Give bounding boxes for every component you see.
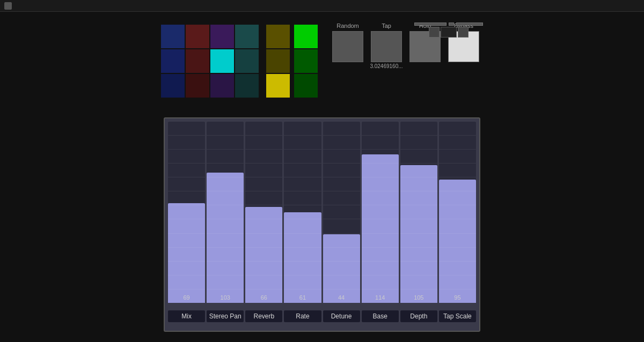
top-btns-row [414, 23, 483, 26]
beat-section [266, 23, 290, 98]
fader-value-4: 44 [338, 294, 345, 301]
save-group [414, 23, 483, 38]
preset-row [429, 27, 469, 38]
fader-label-col-4: Detune [323, 304, 360, 329]
fader-fill-1 [207, 173, 244, 303]
ctrl-label-random: Random [336, 23, 359, 29]
fader-col-1[interactable]: 103 [207, 122, 244, 303]
maximize-button[interactable] [618, 2, 627, 10]
fader-col-6[interactable]: 105 [400, 122, 437, 303]
fader-label-col-7: Tap Scale [439, 304, 476, 329]
algo-cell-7[interactable] [235, 49, 259, 73]
fader-col-7[interactable]: 95 [439, 122, 476, 303]
fader-name-5: Base [362, 310, 399, 322]
fader-value-0: 69 [183, 294, 189, 301]
algo-cell-2[interactable] [210, 25, 234, 48]
fader-label-col-1: Stereo Pan [207, 304, 244, 329]
ctrl-label-tap: Tap [382, 23, 391, 29]
algo-cell-1[interactable] [186, 25, 209, 48]
fader-name-2: Reverb [245, 310, 282, 322]
fader-label-col-0: Mix [168, 304, 205, 329]
fader-col-0[interactable]: 69 [168, 122, 205, 303]
fader-name-4: Detune [323, 310, 360, 322]
algo-cell-6[interactable] [210, 49, 234, 73]
ctrl-btn-random[interactable] [332, 31, 363, 62]
tails-cell-2[interactable] [294, 74, 318, 98]
algo-cell-9[interactable] [186, 74, 209, 98]
fader-fill-0 [168, 203, 205, 303]
algo-cell-0[interactable] [161, 25, 185, 48]
fader-name-0: Mix [168, 310, 205, 322]
algorithm-banks-grid [161, 25, 259, 98]
fader-track-3[interactable]: 61 [284, 122, 321, 303]
faders-panel: 6910366614411410595 MixStereo PanReverbR… [164, 117, 480, 332]
fader-name-7: Tap Scale [439, 310, 476, 322]
ctrl-btn-tap[interactable] [371, 31, 402, 62]
title-bar [0, 0, 644, 12]
fader-track-0[interactable]: 69 [168, 122, 205, 303]
fader-fill-3 [284, 212, 321, 303]
tap-value: 3.02469160... [370, 63, 402, 69]
tails-cell-1[interactable] [294, 49, 318, 73]
fader-value-6: 105 [414, 294, 423, 301]
fader-name-1: Stereo Pan [207, 310, 244, 322]
ctrl-item-tap: Tap3.02469160... [367, 23, 406, 69]
fader-value-1: 103 [221, 294, 230, 301]
fader-fill-4 [323, 234, 360, 303]
fader-name-3: Rate [284, 310, 321, 322]
fader-fill-6 [400, 165, 437, 303]
algo-cell-4[interactable] [161, 49, 185, 73]
preset-number [441, 27, 457, 38]
faders-container: 6910366614411410595 [165, 118, 479, 303]
fader-value-5: 114 [375, 294, 385, 301]
algo-cell-10[interactable] [210, 74, 234, 98]
tails-grid [294, 25, 318, 98]
fader-track-7[interactable]: 95 [439, 122, 476, 303]
fader-fill-7 [439, 180, 476, 303]
fader-col-3[interactable]: 61 [284, 122, 321, 303]
algo-cell-8[interactable] [161, 74, 185, 98]
fader-value-7: 95 [454, 294, 460, 301]
fader-col-5[interactable]: 114 [362, 122, 399, 303]
beat-grid [266, 25, 290, 98]
fader-col-2[interactable]: 66 [245, 122, 282, 303]
fader-track-1[interactable]: 103 [207, 122, 244, 303]
save-load [414, 23, 483, 38]
fader-value-3: 61 [299, 294, 306, 301]
fader-label-col-2: Reverb [245, 304, 282, 329]
preset-plus-button[interactable] [458, 27, 469, 38]
algo-cell-11[interactable] [235, 74, 259, 98]
beat-cell-1[interactable] [266, 49, 290, 73]
tails-cell-0[interactable] [294, 25, 318, 48]
load-button[interactable] [456, 23, 483, 26]
fader-track-5[interactable]: 114 [362, 122, 399, 303]
beat-cell-2[interactable] [266, 74, 290, 98]
fader-value-2: 66 [261, 294, 267, 301]
fader-label-col-3: Rate [284, 304, 321, 329]
tails-section [294, 23, 318, 98]
algorithm-banks [161, 23, 259, 98]
fader-name-6: Depth [400, 310, 437, 322]
title-bar-left [4, 2, 15, 10]
save-button[interactable] [414, 23, 447, 26]
preset-minus-button[interactable] [429, 27, 440, 38]
fader-label-col-5: Base [362, 304, 399, 329]
clear-all-button[interactable] [449, 23, 454, 26]
window-controls [605, 2, 640, 10]
fader-track-2[interactable]: 66 [245, 122, 282, 303]
ctrl-item-random: Random [328, 23, 367, 69]
fader-fill-5 [362, 154, 399, 303]
app-icon [4, 2, 12, 10]
fader-track-4[interactable]: 44 [323, 122, 360, 303]
main-panel: RandomTap3.02469160...HoldBypass 6910366… [0, 12, 644, 342]
algo-cell-3[interactable] [235, 25, 259, 48]
fader-col-4[interactable]: 44 [323, 122, 360, 303]
fader-track-6[interactable]: 105 [400, 122, 437, 303]
algo-cell-5[interactable] [186, 49, 209, 73]
minimize-button[interactable] [605, 2, 614, 10]
fader-labels-row: MixStereo PanReverbRateDetuneBaseDepthTa… [165, 303, 479, 331]
close-button[interactable] [631, 2, 640, 10]
fader-label-col-6: Depth [400, 304, 437, 329]
beat-cell-0[interactable] [266, 25, 290, 48]
fader-fill-2 [245, 207, 282, 303]
